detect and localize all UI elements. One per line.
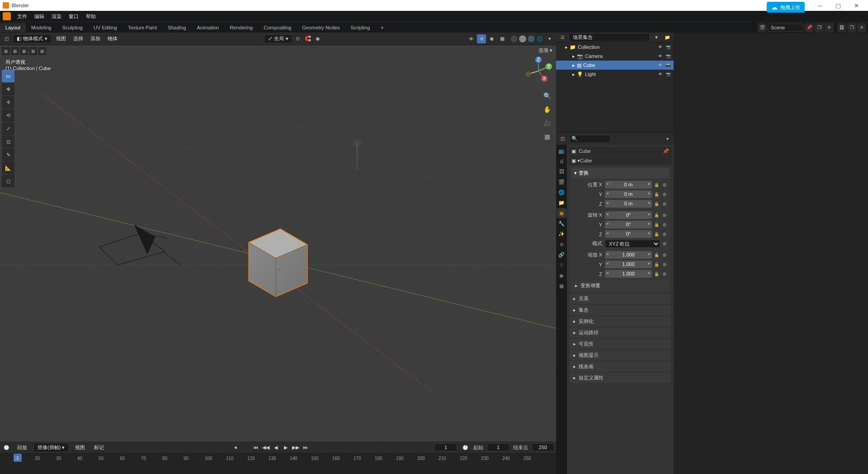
tool-measure[interactable]: 📐 [2,161,14,174]
menu-render[interactable]: 渲染 [48,12,65,21]
ptab-output[interactable]: 🖨 [557,156,566,166]
pan-icon[interactable]: ✋ [542,104,552,115]
ptab-scene[interactable]: 🎬 [557,177,566,187]
tl-view[interactable]: 视图 [72,443,88,452]
outliner-item[interactable]: ▸💡Light👁📷 [556,70,674,79]
breadcrumb-object[interactable]: ▣ Cube📌 [569,147,672,156]
loc-z[interactable]: ◂0 m▸ [605,200,652,208]
render-icon[interactable]: 📷 [665,62,672,69]
ptab-object[interactable]: ▣ [557,208,566,218]
tab-layout[interactable]: Layout [0,23,26,32]
current-frame[interactable]: 1 [434,443,457,451]
ptab-collection[interactable]: 📁 [557,198,566,208]
panel-customprops[interactable]: ▸ 自定义属性 [570,373,671,383]
3d-viewport[interactable]: ▦ ▦ ▦ ▦ ▦ 用户透视 (1) Collection | Cube ▭ ✥… [0,45,556,441]
selmode-4[interactable]: ▦ [29,47,37,55]
ptab-material[interactable]: ◉ [557,270,566,280]
outliner-item[interactable]: ▸📷Camera👁📷 [556,52,674,61]
overlay-icon[interactable]: ◉ [487,34,496,43]
tab-shading[interactable]: Shading [162,23,191,32]
tab-geonodes[interactable]: Geometry Nodes [297,23,345,32]
selectability-icon[interactable]: 👁 [467,34,476,43]
menu-help[interactable]: 帮助 [82,12,99,21]
loc-y[interactable]: ◂0 m▸ [605,190,652,198]
scene-name-input[interactable] [768,24,804,32]
eye-icon[interactable]: 👁 [656,52,664,60]
maximize-button[interactable]: ▢ [829,0,847,11]
ptab-constraints[interactable]: 🔗 [557,250,566,260]
scene-new-icon[interactable]: ❐ [815,23,824,32]
xray-icon[interactable]: ▦ [498,34,507,43]
eye-icon[interactable]: 👁 [656,43,664,51]
add-menu[interactable]: 添加 [88,34,103,43]
shading-solid[interactable] [519,35,527,43]
ptab-render[interactable]: 📺 [557,146,566,156]
object-menu[interactable]: 物体 [105,34,120,43]
outliner[interactable]: ▸📁Collection👁📷▸📷Camera👁📷▸▨Cube👁📷▸💡Light👁… [556,43,674,132]
selmode-3[interactable]: ▦ [20,47,28,55]
menu-edit[interactable]: 编辑 [31,12,48,21]
render-icon[interactable]: 📷 [665,71,672,78]
pivot-icon[interactable]: ⊙ [293,34,302,43]
panel-visibility[interactable]: ▸ 可见性 [570,339,671,349]
keyframe-next-icon[interactable]: ▶▶ [291,443,300,452]
start-frame[interactable]: 1 [487,443,509,451]
props-editor-icon[interactable]: ◫ [558,134,567,143]
tool-rotate[interactable]: ⟲ [2,109,14,122]
eye-icon[interactable]: 👁 [656,62,664,69]
tab-animation[interactable]: Animation [192,23,225,32]
play-icon[interactable]: ▶ [281,443,290,452]
panel-viewportdisplay[interactable]: ▸ 视图显示 [570,350,671,360]
shading-rendered[interactable] [536,35,544,43]
play-rev-icon[interactable]: ◀ [271,443,280,452]
rot-y[interactable]: ◂0°▸ [605,221,652,228]
tab-add[interactable]: + [375,23,389,32]
shading-dropdown-icon[interactable]: ▾ [545,34,554,43]
scale-x[interactable]: ◂1.000▸ [605,251,652,259]
persp-ortho-icon[interactable]: ▦ [542,131,552,142]
panel-motionpaths[interactable]: ▸ 运动路径 [570,327,671,338]
panel-lineart[interactable]: ▸ 线条画 [570,361,671,372]
menu-file[interactable]: 文件 [14,12,31,21]
scale-y[interactable]: ◂1.000▸ [605,261,652,268]
tool-move[interactable]: ✢ [2,96,14,109]
outliner-title[interactable]: 场景集合 [569,33,650,42]
scene-del-icon[interactable]: ✕ [825,23,834,32]
transform-panel-header[interactable]: ▾ 变换 [571,168,669,178]
tool-transform[interactable]: ⊡ [2,135,14,148]
orientation-dropdown[interactable]: ⤢ 全局 ▾ [264,34,292,43]
minimize-button[interactable]: ─ [811,0,829,11]
scene-browse-icon[interactable]: 🎬 [758,23,767,32]
camera-view-icon[interactable]: 🎥 [542,118,552,128]
zoom-icon[interactable]: 🔍 [542,90,552,101]
viewlayer-new-icon[interactable]: ❐ [847,23,856,32]
nav-gizmo[interactable]: Z Y X [523,55,554,87]
render-icon[interactable]: 📷 [665,43,672,51]
preview-range-icon[interactable]: 🕐 [461,443,470,452]
eye-icon[interactable]: 👁 [656,71,664,78]
gizmo-icon[interactable]: ⊕ [477,34,486,43]
tab-uv[interactable]: UV Editing [88,23,123,32]
shading-wireframe[interactable] [510,35,518,43]
panel-deltatransform[interactable]: ▸ 变换增量 [571,280,669,291]
menu-window[interactable]: 窗口 [65,12,82,21]
rot-z[interactable]: ◂0°▸ [605,230,652,238]
selmode-5[interactable]: ▦ [38,47,46,55]
tl-keying[interactable]: 抠像(插帧) ▾ [33,443,69,452]
ptab-viewlayer[interactable]: 🖼 [557,166,566,176]
scene-pin-icon[interactable]: 📌 [805,23,814,32]
viewlayer-browse-icon[interactable]: 🖼 [837,23,846,32]
selmode-2[interactable]: ▦ [11,47,19,55]
panel-instancing[interactable]: ▸ 实例化 [570,316,671,327]
end-frame[interactable]: 250 [532,443,554,451]
props-options-icon[interactable]: ▾ [663,134,672,143]
panel-relations[interactable]: ▸ 关系 [570,294,671,304]
tab-texpaint[interactable]: Texture Paint [123,23,162,32]
jump-start-icon[interactable]: ⏮ [251,443,260,452]
rotation-mode-dropdown[interactable]: XYZ 欧拉 [605,240,660,248]
tab-compositing[interactable]: Compositing [258,23,297,32]
view-menu[interactable]: 视图 [53,34,69,43]
ptab-data[interactable]: ▽ [557,260,566,270]
anim-dot[interactable] [663,183,666,187]
cloud-upload-button[interactable]: ☁ 拖拽上传 [767,2,805,13]
